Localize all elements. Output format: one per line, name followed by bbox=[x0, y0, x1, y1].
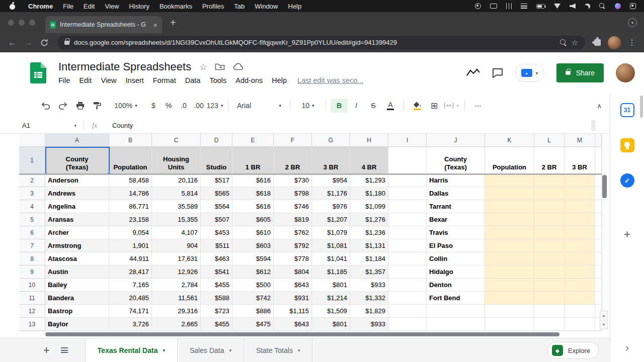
cell-b9[interactable]: 28,417 bbox=[109, 265, 152, 279]
cell-c2[interactable]: 20,116 bbox=[152, 174, 201, 187]
row-header-6[interactable]: 6 bbox=[19, 226, 45, 239]
cell-b11[interactable]: 20,485 bbox=[109, 292, 152, 305]
row-header-12[interactable]: 12 bbox=[19, 305, 45, 318]
cell-c1[interactable]: Housing Units bbox=[152, 147, 201, 174]
cell-b2[interactable]: 58,458 bbox=[109, 174, 152, 187]
tab-search-button[interactable]: ▾ bbox=[628, 18, 637, 27]
add-sheet-button[interactable]: + bbox=[43, 345, 50, 356]
present-to-meeting-button[interactable]: ▲ ▾ bbox=[515, 64, 544, 82]
forward-button[interactable]: → bbox=[21, 36, 35, 50]
cell-j12[interactable] bbox=[427, 305, 485, 318]
cell-d1[interactable]: Studio bbox=[201, 147, 232, 174]
cell-j5[interactable]: Bexar bbox=[427, 213, 485, 226]
column-header-i[interactable]: I bbox=[388, 134, 427, 147]
cell-h4[interactable]: $1,099 bbox=[350, 200, 388, 213]
text-color-button[interactable]: A bbox=[382, 99, 399, 113]
cell-c11[interactable]: 11,561 bbox=[152, 292, 201, 305]
menubar-item-history[interactable]: History bbox=[124, 3, 154, 10]
side-panel-collapse-icon[interactable]: › bbox=[625, 342, 629, 353]
cell-g11[interactable]: $1,214 bbox=[312, 292, 350, 305]
row-header-3[interactable]: 3 bbox=[19, 187, 45, 200]
collapse-toolbar-button[interactable]: ∧ bbox=[597, 102, 602, 110]
cell-m11[interactable] bbox=[565, 292, 595, 305]
column-header-g[interactable]: G bbox=[312, 134, 350, 147]
cell-k12[interactable] bbox=[485, 305, 534, 318]
cell-k6[interactable] bbox=[485, 226, 534, 239]
cell-g7[interactable]: $1,081 bbox=[312, 239, 350, 252]
number-format-button[interactable]: 123▾ bbox=[206, 99, 223, 113]
cell-g1[interactable]: 3 BR bbox=[312, 147, 350, 174]
menu-insert[interactable]: Insert bbox=[121, 75, 148, 85]
cell-m6[interactable] bbox=[565, 226, 595, 239]
menubar-item-bookmarks[interactable]: Bookmarks bbox=[154, 3, 197, 10]
cell-l11[interactable] bbox=[534, 292, 565, 305]
formula-input[interactable]: County bbox=[112, 122, 133, 129]
cell-g12[interactable]: $1,509 bbox=[312, 305, 350, 318]
siri-icon[interactable] bbox=[615, 3, 621, 9]
grid-vertical-scrollbar[interactable] bbox=[602, 134, 608, 331]
cell-l4[interactable] bbox=[534, 200, 565, 213]
cell-j2[interactable]: Harris bbox=[427, 174, 485, 187]
cell-h8[interactable]: $1,184 bbox=[350, 252, 388, 265]
column-header-m[interactable]: M bbox=[565, 134, 595, 147]
cell-h12[interactable]: $1,829 bbox=[350, 305, 388, 318]
cell-m12[interactable] bbox=[565, 305, 595, 318]
browser-menu-icon[interactable]: ⋮ bbox=[625, 36, 639, 50]
cell-l8[interactable] bbox=[534, 252, 565, 265]
star-icon[interactable]: ☆ bbox=[199, 62, 207, 72]
cell-j10[interactable]: Denton bbox=[427, 279, 485, 292]
menubar-item-help[interactable]: Help bbox=[283, 3, 307, 10]
sheet-tab-caret-icon[interactable]: ▾ bbox=[163, 348, 165, 353]
cell-i1[interactable] bbox=[388, 147, 427, 174]
cell-f9[interactable]: $804 bbox=[274, 265, 312, 279]
cell-d8[interactable]: $463 bbox=[201, 252, 232, 265]
cell-b12[interactable]: 74,171 bbox=[109, 305, 152, 318]
cell-e2[interactable]: $616 bbox=[232, 174, 274, 187]
cell-k5[interactable] bbox=[485, 213, 534, 226]
cell-c6[interactable]: 4,107 bbox=[152, 226, 201, 239]
sheet-tab-texas-rental-data[interactable]: Texas Rental Data▾ bbox=[85, 338, 178, 362]
cell-l3[interactable] bbox=[534, 187, 565, 200]
cell-d12[interactable]: $723 bbox=[201, 305, 232, 318]
zoom-icon[interactable] bbox=[559, 39, 567, 46]
font-select[interactable]: Arial▾ bbox=[233, 99, 285, 113]
last-edit-status[interactable]: Last edit was seco... bbox=[297, 76, 363, 84]
cell-m1[interactable]: 3 BR bbox=[565, 147, 595, 174]
cell-i12[interactable] bbox=[388, 305, 427, 318]
format-currency-button[interactable]: $ bbox=[146, 99, 161, 113]
cell-e6[interactable]: $610 bbox=[232, 226, 274, 239]
cell-k4[interactable] bbox=[485, 200, 534, 213]
grid-horizontal-scrollbar-thumb[interactable] bbox=[45, 332, 559, 336]
cell-i11[interactable] bbox=[388, 292, 427, 305]
cell-e13[interactable]: $475 bbox=[232, 318, 274, 331]
column-header-e[interactable]: E bbox=[232, 134, 274, 147]
cell-d4[interactable]: $564 bbox=[201, 200, 232, 213]
column-header-c[interactable]: C bbox=[152, 134, 201, 147]
cell-a12[interactable]: Bastrop bbox=[45, 305, 109, 318]
cell-j11[interactable]: Fort Bend bbox=[427, 292, 485, 305]
cell-e1[interactable]: 1 BR bbox=[232, 147, 274, 174]
cell-f6[interactable]: $762 bbox=[274, 226, 312, 239]
sheet-tab-sales-data[interactable]: Sales Data▾ bbox=[178, 338, 244, 362]
cell-e11[interactable]: $742 bbox=[232, 292, 274, 305]
share-button[interactable]: Share bbox=[556, 63, 604, 82]
cell-k8[interactable] bbox=[485, 252, 534, 265]
cell-g2[interactable]: $954 bbox=[312, 174, 350, 187]
cell-e3[interactable]: $618 bbox=[232, 187, 274, 200]
comment-icon[interactable] bbox=[492, 68, 503, 78]
cell-c8[interactable]: 17,631 bbox=[152, 252, 201, 265]
grid-corner[interactable] bbox=[19, 134, 45, 147]
row-header-10[interactable]: 10 bbox=[19, 279, 45, 292]
cell-a5[interactable]: Aransas bbox=[45, 213, 109, 226]
all-sheets-icon[interactable] bbox=[61, 347, 68, 353]
cell-m4[interactable] bbox=[565, 200, 595, 213]
cell-d10[interactable]: $455 bbox=[201, 279, 232, 292]
cell-k11[interactable] bbox=[485, 292, 534, 305]
cell-m8[interactable] bbox=[565, 252, 595, 265]
cell-i7[interactable] bbox=[388, 239, 427, 252]
sheet-tab-state-totals[interactable]: State Totals▾ bbox=[244, 338, 312, 362]
cell-d9[interactable]: $541 bbox=[201, 265, 232, 279]
cell-a13[interactable]: Baylor bbox=[45, 318, 109, 331]
cell-e4[interactable]: $616 bbox=[232, 200, 274, 213]
move-folder-icon[interactable] bbox=[215, 63, 225, 71]
